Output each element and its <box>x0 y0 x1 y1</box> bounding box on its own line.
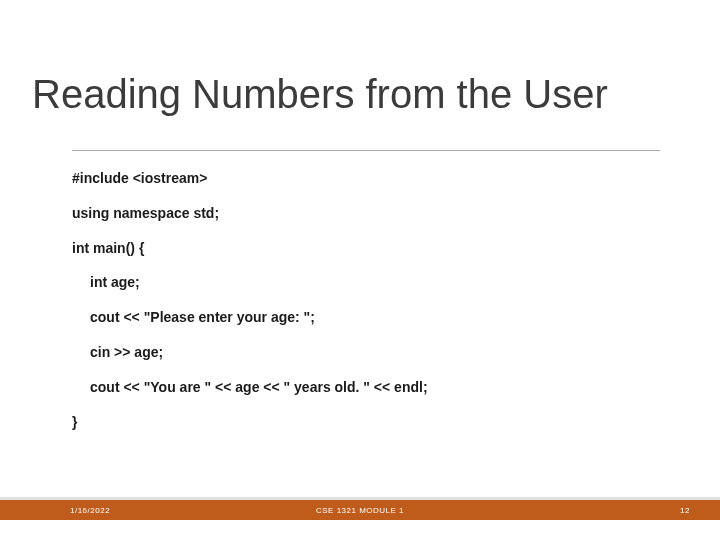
code-line: cin >> age; <box>72 344 660 361</box>
code-line: } <box>72 414 660 431</box>
code-line: int main() { <box>72 240 660 257</box>
title-divider <box>72 150 660 151</box>
code-block: #include <iostream> using namespace std;… <box>72 170 660 448</box>
footer-page-number: 12 <box>680 506 690 515</box>
code-line: int age; <box>72 274 660 291</box>
slide: Reading Numbers from the User #include <… <box>0 0 720 540</box>
code-line: using namespace std; <box>72 205 660 222</box>
code-line: cout << "You are " << age << " years old… <box>72 379 660 396</box>
footer-bar: 1/16/2022 CSE 1321 MODULE 1 12 <box>0 497 720 520</box>
code-line: cout << "Please enter your age: "; <box>72 309 660 326</box>
footer-course: CSE 1321 MODULE 1 <box>0 506 720 515</box>
code-line: #include <iostream> <box>72 170 660 187</box>
slide-title: Reading Numbers from the User <box>32 72 688 117</box>
